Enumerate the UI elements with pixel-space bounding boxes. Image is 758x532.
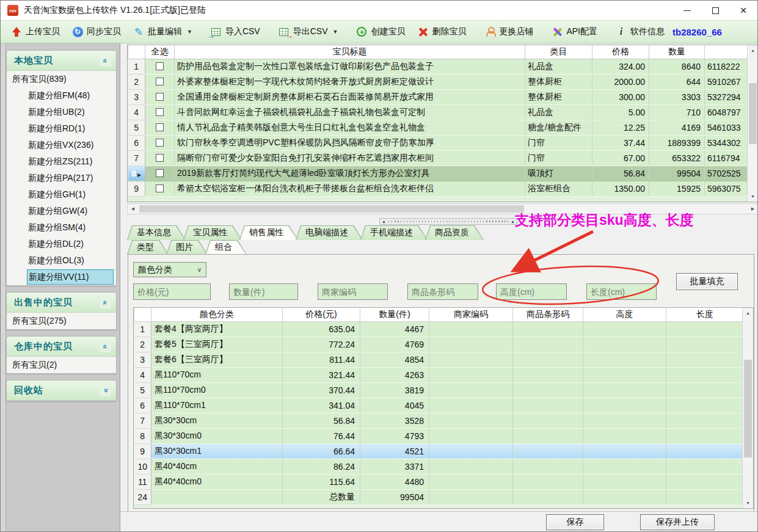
barcode-cell[interactable] xyxy=(513,489,583,505)
checkbox-cell[interactable] xyxy=(145,150,175,166)
row-number-cell[interactable]: 3 xyxy=(128,89,145,104)
row-checkbox[interactable] xyxy=(156,78,164,86)
height-cell[interactable] xyxy=(583,489,666,505)
row-number-cell[interactable]: 4 xyxy=(128,104,145,120)
color-header[interactable]: 颜色分类 xyxy=(151,308,283,321)
merchant-code-cell[interactable] xyxy=(429,367,513,382)
price-cell[interactable]: 12.25 xyxy=(592,120,649,135)
sidebar-item[interactable]: 新建分组UB(2) xyxy=(7,104,116,120)
qty-cell[interactable]: 4854 xyxy=(360,352,429,367)
barcode-cell[interactable] xyxy=(513,337,583,352)
height-header[interactable]: 高度 xyxy=(583,308,666,321)
table-row[interactable]: 4黑110*70cm321.444263 xyxy=(134,367,744,382)
merchant-code-cell[interactable] xyxy=(429,413,513,428)
row-checkbox[interactable] xyxy=(156,62,164,70)
merchant-code-cell[interactable] xyxy=(429,337,513,352)
item-title-cell[interactable]: 隔断帘门帘可爱少女卧室阳台免打孔安装伸缩杆布艺遮挡家用衣柜间 xyxy=(175,150,525,166)
height-field[interactable] xyxy=(496,283,567,300)
sidebar-item[interactable]: 新建分组RD(1) xyxy=(7,120,116,137)
table-row[interactable]: 2套餐5【三室两厅】772.244769 xyxy=(134,337,744,352)
color-cell[interactable]: 黑40*40cm0 xyxy=(151,474,283,489)
tab-basic-info[interactable]: 基本信息 xyxy=(127,225,186,240)
tab-sales-attributes[interactable]: 销售属性 xyxy=(239,225,298,240)
item-title-cell[interactable]: 2019新款客厅灯简约现代大气超薄led卧室吸顶灯长方形办公室灯具 xyxy=(175,166,525,181)
hscroll-thumb[interactable] xyxy=(139,205,524,213)
length-cell[interactable] xyxy=(666,489,744,505)
item-title-header[interactable]: 宝贝标题 xyxy=(175,45,525,59)
row-number-cell[interactable]: 3 xyxy=(134,352,151,367)
color-cell[interactable]: 黑30*30cm1 xyxy=(151,443,283,459)
save-and-upload-button[interactable]: 保存并上传 xyxy=(640,514,715,530)
height-cell[interactable] xyxy=(583,443,666,459)
quantity-field[interactable] xyxy=(229,283,298,300)
api-config-button[interactable]: API配置 xyxy=(547,24,602,39)
price-cell[interactable]: 2000.00 xyxy=(592,74,649,89)
price-cell[interactable]: 67.00 xyxy=(592,150,649,166)
row-number-cell[interactable]: 1 xyxy=(128,59,145,74)
price-field[interactable] xyxy=(133,283,211,300)
sidebar-section-header[interactable]: 出售中的宝贝« xyxy=(7,293,116,313)
tab-images[interactable]: 图片 xyxy=(166,240,208,255)
checkbox-cell[interactable] xyxy=(145,59,175,74)
switch-shop-button[interactable]: 更换店铺 xyxy=(480,24,538,39)
price-cell[interactable]: 56.84 xyxy=(592,166,649,181)
height-cell[interactable] xyxy=(583,367,666,382)
barcode-field[interactable] xyxy=(407,283,478,300)
sidebar-item[interactable]: 新建分组GW(4) xyxy=(7,203,116,219)
qty-cell[interactable]: 15925 xyxy=(649,181,705,196)
color-cell[interactable]: 套餐4【两室两厅】 xyxy=(151,321,283,337)
scroll-left-icon[interactable]: ◀ xyxy=(128,204,138,214)
chevron-up-icon[interactable]: « xyxy=(100,341,111,352)
scroll-up-icon[interactable]: ▲ xyxy=(743,308,753,318)
length-field[interactable] xyxy=(586,283,657,300)
color-cell[interactable]: 黑110*70cm0 xyxy=(151,382,283,398)
barcode-cell[interactable] xyxy=(513,352,583,367)
checkbox-cell[interactable] xyxy=(145,74,175,89)
item-title-cell[interactable]: 全国通用金牌橱柜定制厨房整体厨柜石英石台面装修简易开放式家用 xyxy=(175,89,525,104)
row-number-cell[interactable]: 6 xyxy=(134,398,151,413)
sku-table-vscrollbar[interactable]: ▲ ▼ xyxy=(742,308,753,508)
qty-cell[interactable]: 8640 xyxy=(649,59,705,74)
sidebar-section-header[interactable]: 回收站« xyxy=(7,381,116,401)
qty-cell[interactable]: 4467 xyxy=(360,321,429,337)
delete-item-button[interactable]: 删除宝贝 xyxy=(413,24,470,39)
row-checkbox[interactable] xyxy=(156,184,164,192)
sidebar-section-header[interactable]: 仓库中的宝贝« xyxy=(7,337,116,357)
qty-cell[interactable]: 99504 xyxy=(649,166,705,181)
row-number-cell[interactable]: 8▶ xyxy=(128,166,145,181)
qty-cell[interactable]: 3819 xyxy=(360,382,429,398)
row-number-cell[interactable]: 2 xyxy=(134,337,151,352)
color-cell[interactable]: 套餐6【三室两厅】 xyxy=(151,352,283,367)
row-checkbox[interactable] xyxy=(156,108,164,116)
batch-fill-button[interactable]: 批量填充 xyxy=(676,273,738,290)
sidebar-item[interactable]: 新建分组VX(236) xyxy=(7,137,116,153)
length-cell[interactable] xyxy=(666,367,744,382)
row-number-cell[interactable]: 9 xyxy=(134,443,151,459)
upload-item-button[interactable]: 上传宝贝 xyxy=(7,24,64,39)
qty-cell[interactable]: 4169 xyxy=(649,120,705,135)
id-cell[interactable]: 5910267 xyxy=(705,74,749,89)
sidebar-item[interactable]: 新建分组OL(3) xyxy=(7,252,116,269)
table-row[interactable]: 24总数量99504 xyxy=(134,489,744,505)
height-cell[interactable] xyxy=(583,352,666,367)
table-row[interactable]: 8黑30*30cm076.444793 xyxy=(134,428,744,443)
checkbox-cell[interactable] xyxy=(145,181,175,196)
sidebar-item[interactable]: 新建分组PA(217) xyxy=(7,170,116,186)
price-cell[interactable]: 321.44 xyxy=(283,367,360,382)
checkbox-cell[interactable] xyxy=(145,89,175,104)
height-cell[interactable] xyxy=(583,428,666,443)
close-button[interactable]: × xyxy=(729,1,757,20)
sidebar-item[interactable]: 新建分组DL(2) xyxy=(7,236,116,252)
table-row[interactable]: 5情人节礼品盒子精美韩版创意大号生日口红礼盒包装盒空盒礼物盒糖盒/糖盒配件12.… xyxy=(128,120,749,135)
height-cell[interactable] xyxy=(583,337,666,352)
chevron-up-icon[interactable]: « xyxy=(100,297,111,308)
qty-header[interactable]: 数量 xyxy=(649,45,705,59)
table-row[interactable]: 6黑110*70cm1341.044045 xyxy=(134,398,744,413)
batch-edit-button[interactable]: ✎批量编辑▼ xyxy=(129,24,197,39)
sidebar-item[interactable]: 新建分组GH(1) xyxy=(7,186,116,203)
qty-cell[interactable]: 4769 xyxy=(360,337,429,352)
length-cell[interactable] xyxy=(666,352,744,367)
select-all-header[interactable]: 全选 xyxy=(145,45,175,59)
price-header[interactable]: 价格 xyxy=(592,45,649,59)
category-cell[interactable]: 礼品盒 xyxy=(525,104,592,120)
